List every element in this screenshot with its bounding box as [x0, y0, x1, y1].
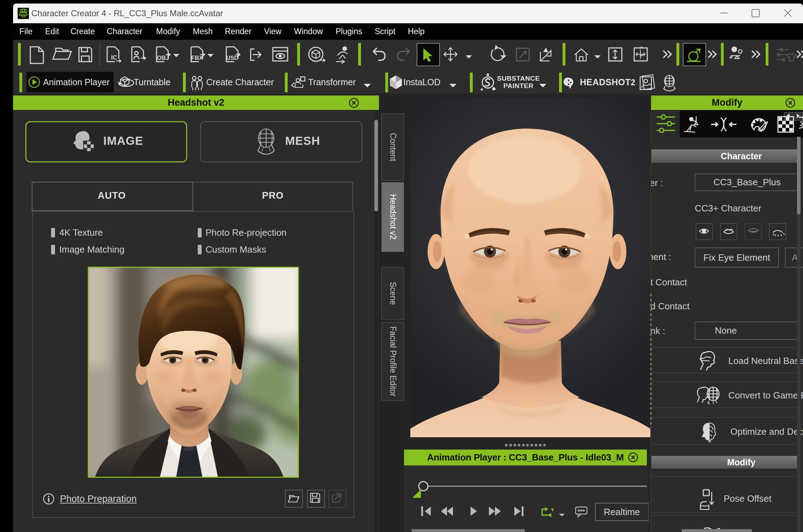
- svg-text:USD: USD: [226, 55, 238, 61]
- svg-text:Realtime: Realtime: [604, 507, 640, 517]
- svg-text:OBJ: OBJ: [157, 55, 169, 61]
- svg-text:FBX: FBX: [191, 55, 203, 61]
- svg-text:IC: IC: [111, 54, 117, 61]
